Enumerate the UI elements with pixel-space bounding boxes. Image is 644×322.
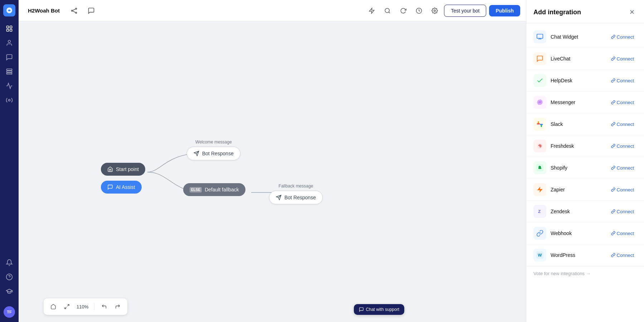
integration-webhook[interactable]: Webhook Connect: [526, 223, 644, 244]
slack-name: Slack: [551, 121, 608, 127]
panel-title: Add integration: [533, 9, 581, 16]
chat-widget-connect-btn[interactable]: Connect: [608, 33, 637, 41]
wordpress-name: WordPress: [551, 252, 608, 258]
svg-point-12: [71, 10, 72, 11]
svg-rect-32: [537, 123, 540, 125]
fallback-response-box[interactable]: Bot Response: [269, 191, 323, 204]
livechat-connect-btn[interactable]: Connect: [608, 55, 637, 63]
integration-shopify[interactable]: Shopify Connect: [526, 157, 644, 179]
wordpress-connect-btn[interactable]: Connect: [608, 251, 637, 259]
svg-rect-1: [7, 26, 9, 28]
redo-btn[interactable]: [112, 301, 123, 312]
webhook-connect-btn[interactable]: Connect: [608, 229, 637, 238]
toolbar-divider: [94, 303, 94, 310]
integration-list: Chat Widget Connect LiveChat: [526, 23, 644, 322]
svg-line-15: [73, 9, 75, 11]
publish-button[interactable]: Publish: [489, 5, 520, 16]
chat-icon-btn[interactable]: [85, 4, 98, 17]
svg-text:W: W: [538, 253, 542, 257]
integration-helpdesk[interactable]: HelpDesk Connect: [526, 70, 644, 92]
chat-support-widget[interactable]: Chat with support: [354, 304, 404, 315]
expand-btn[interactable]: [62, 301, 72, 312]
topbar: H2Woah Bot: [19, 0, 526, 21]
svg-rect-33: [540, 124, 543, 125]
fallback-label: Default fallback: [205, 187, 239, 192]
messenger-icon: [533, 96, 546, 109]
integration-messenger[interactable]: Messenger Connect: [526, 92, 644, 113]
topbar-right: Test your bot Publish: [365, 4, 520, 17]
sidebar-item-data[interactable]: [3, 65, 16, 78]
test-bot-button[interactable]: Test your bot: [444, 5, 486, 17]
freshdesk-name: Freshdesk: [551, 143, 608, 149]
integration-zendesk[interactable]: Z Zendesk Connect: [526, 201, 644, 223]
freshdesk-connect-btn[interactable]: Connect: [608, 142, 637, 150]
sidebar-item-help[interactable]: [3, 270, 16, 283]
panel-close-button[interactable]: ✕: [627, 7, 637, 17]
start-point-node[interactable]: Start point: [101, 163, 145, 176]
slack-connect-btn[interactable]: Connect: [608, 120, 637, 128]
refresh-icon[interactable]: [397, 4, 410, 17]
messenger-connect-btn[interactable]: Connect: [608, 98, 637, 107]
sidebar-item-learn[interactable]: [3, 285, 16, 298]
flow-icon-btn[interactable]: [68, 4, 80, 17]
settings-icon[interactable]: [428, 4, 441, 17]
integration-chat-widget[interactable]: Chat Widget Connect: [526, 26, 644, 48]
lightning-icon[interactable]: [365, 4, 378, 17]
integration-livechat[interactable]: LiveChat Connect: [526, 48, 644, 70]
chat-widget-name: Chat Widget: [551, 34, 608, 40]
svg-line-27: [65, 307, 67, 309]
svg-point-9: [9, 99, 10, 101]
panel-header: Add integration ✕: [526, 0, 644, 23]
integration-wordpress[interactable]: W WordPress Connect: [526, 244, 644, 266]
zapier-connect-btn[interactable]: Connect: [608, 186, 637, 194]
welcome-response-node[interactable]: Welcome message Bot Response: [187, 140, 240, 160]
undo-btn[interactable]: [99, 301, 109, 312]
connections-svg: [19, 21, 526, 322]
helpdesk-name: HelpDesk: [551, 78, 608, 83]
integration-slack[interactable]: Slack Connect: [526, 113, 644, 135]
svg-line-16: [73, 11, 75, 13]
sidebar-item-notifications[interactable]: [3, 256, 16, 269]
sidebar-item-dashboard[interactable]: [3, 22, 16, 35]
ai-assist-box[interactable]: AI Assist: [101, 181, 142, 194]
app-logo: [3, 4, 15, 16]
sidebar-item-analytics[interactable]: [3, 79, 16, 92]
zendesk-connect-btn[interactable]: Connect: [608, 208, 637, 216]
integration-freshdesk[interactable]: Freshdesk Connect: [526, 135, 644, 157]
helpdesk-connect-btn[interactable]: Connect: [608, 77, 637, 85]
start-point-box[interactable]: Start point: [101, 163, 145, 176]
svg-point-35: [539, 145, 540, 146]
svg-rect-3: [7, 29, 9, 31]
start-point-label: Start point: [116, 166, 139, 172]
main-area: H2Woah Bot: [19, 0, 526, 322]
flow-canvas: Start point AI Assist Welcome message: [19, 21, 526, 322]
fallback-box[interactable]: ELSE Default fallback: [183, 183, 245, 196]
shopify-icon: [533, 161, 546, 174]
ai-assist-node[interactable]: AI Assist: [101, 181, 142, 194]
sidebar-item-integrations[interactable]: [3, 94, 16, 107]
history-icon[interactable]: [413, 4, 425, 17]
welcome-response-text: Bot Response: [202, 151, 234, 156]
user-avatar[interactable]: TF: [4, 306, 15, 318]
integration-zapier[interactable]: Zapier Connect: [526, 179, 644, 201]
bot-name[interactable]: H2Woah Bot: [24, 5, 63, 16]
home-btn[interactable]: [48, 301, 59, 312]
svg-rect-7: [7, 71, 12, 72]
helpdesk-icon: [533, 74, 546, 87]
fallback-node[interactable]: ELSE Default fallback: [183, 183, 245, 196]
svg-rect-4: [10, 29, 12, 31]
welcome-response-box[interactable]: Bot Response: [187, 147, 240, 160]
sidebar-item-users[interactable]: [3, 36, 16, 49]
integration-panel: Add integration ✕ Chat Widget Connect: [526, 0, 644, 322]
shopify-connect-btn[interactable]: Connect: [608, 164, 637, 172]
svg-text:Z: Z: [538, 209, 541, 214]
welcome-label: Welcome message: [195, 140, 232, 145]
sidebar-item-chat[interactable]: [3, 51, 16, 64]
bottom-toolbar: 110%: [44, 298, 127, 315]
search-icon[interactable]: [381, 4, 394, 17]
svg-rect-6: [7, 69, 12, 70]
fallback-response-node[interactable]: Fallback message Bot Response: [269, 184, 323, 204]
livechat-name: LiveChat: [551, 56, 608, 62]
zapier-icon: [533, 183, 546, 196]
chat-support-label: Chat with support: [366, 307, 399, 312]
